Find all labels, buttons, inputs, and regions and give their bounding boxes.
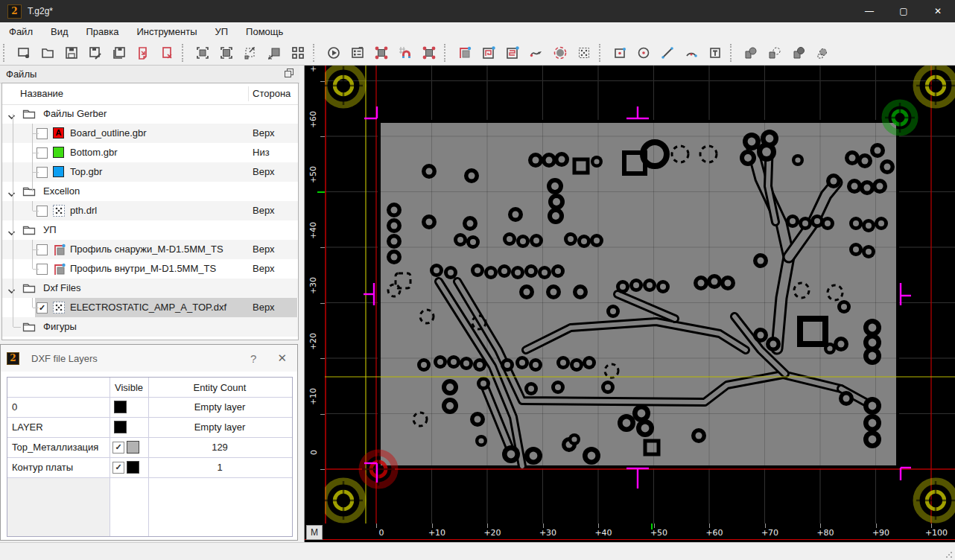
folder-label: Файлы Gerber	[43, 108, 107, 119]
spiral-square-icon[interactable]	[478, 43, 499, 63]
tree-row-excellon-folder[interactable]: Excellon	[2, 182, 298, 201]
run-job-icon[interactable]	[323, 43, 344, 63]
circle-tool-icon[interactable]	[633, 43, 654, 63]
menu-edit[interactable]: Правка	[77, 22, 128, 41]
layer-visible-checkbox-layer-board-contour[interactable]: ✓	[112, 462, 124, 474]
title-bar: 2 T.g2g* — ▢ ✕	[0, 0, 955, 22]
v-ruler-label-0: 0	[305, 435, 323, 469]
side-value: Верх	[253, 263, 275, 274]
close-red-icon[interactable]	[156, 43, 177, 63]
h-ruler-label-+20: +20	[483, 528, 501, 538]
v-ruler-label-+70: +70	[305, 47, 323, 81]
chevron-down-icon[interactable]	[7, 285, 16, 296]
save-icon[interactable]	[61, 43, 82, 63]
resize-grip[interactable]	[945, 551, 953, 559]
menu-help[interactable]: Помощь	[237, 22, 292, 41]
h-ruler-label-+40: +40	[594, 528, 612, 538]
spiral-lines-icon[interactable]	[502, 43, 523, 63]
maximize-button[interactable]: ▢	[886, 0, 921, 22]
job-list-icon[interactable]	[347, 43, 368, 63]
frame-red-corners-icon[interactable]	[371, 43, 392, 63]
tree-row-profile-inner[interactable]: Профиль внутри_M-D1.5MM_TSВерх	[2, 259, 298, 279]
frame-red-corners-2-icon[interactable]	[419, 43, 440, 63]
drill-points-icon[interactable]	[574, 43, 594, 63]
side-value: Верх	[253, 166, 275, 177]
tree-row-board-outline-gbr[interactable]: ABoard_outline.gbrВерх	[2, 124, 298, 143]
tree-row-dxf-folder[interactable]: Dxf Files	[2, 279, 298, 298]
tree-row-gerber-folder[interactable]: Файлы Gerber	[2, 104, 298, 124]
file-label: ELECTROSTATIC_AMP_A_TOP.dxf	[70, 302, 226, 313]
float-panel-icon[interactable]	[285, 69, 294, 80]
tree-row-bottom-gbr[interactable]: Bottom.gbrНиз	[2, 143, 298, 162]
v-ruler-label-+20: +20	[305, 324, 323, 358]
layer-color-swatch-layer-0[interactable]	[114, 401, 127, 413]
snap-magnet-icon[interactable]	[395, 43, 416, 63]
chevron-down-icon[interactable]	[7, 111, 16, 122]
save-all-icon[interactable]	[109, 43, 130, 63]
layer-color-swatch-layer-top-metallization[interactable]	[127, 441, 139, 454]
layer-entity-count-layer-top-metallization: 129	[212, 442, 228, 453]
v-ruler-label-+10: +10	[305, 380, 323, 414]
folder-open-icon[interactable]	[37, 43, 58, 63]
v-ruler-label-+40: +40	[305, 213, 323, 247]
tree-row-up-folder[interactable]: УП	[2, 220, 298, 240]
file-type-icon	[53, 205, 65, 219]
bool-xor-icon[interactable]	[812, 43, 833, 63]
minimize-button[interactable]: —	[852, 0, 886, 22]
save-edit-icon[interactable]	[85, 43, 106, 63]
menu-np[interactable]: УП	[206, 22, 237, 41]
dxf-layers-dialog: 2 DXF file Layers ? ✕ VisibleEntity Coun…	[0, 344, 298, 541]
rect-tool-icon[interactable]	[609, 43, 630, 63]
layer-color-swatch-layer-layer[interactable]	[114, 421, 127, 433]
menu-file[interactable]: Файл	[0, 22, 42, 41]
files-panel: Файлы Название Сторона Файлы GerberABoar…	[0, 66, 299, 341]
tree-column-headers: Название Сторона	[2, 83, 298, 105]
menu-tools[interactable]: Инструменты	[127, 22, 206, 41]
tree-row-electrostatic-dxf[interactable]: ✓ELECTROSTATIC_AMP_A_TOP.dxfВерх	[2, 298, 298, 317]
chevron-down-icon[interactable]	[7, 227, 16, 238]
zoom-out-box-icon[interactable]	[240, 43, 261, 63]
chevron-down-icon[interactable]	[7, 188, 16, 200]
profile-corner-icon[interactable]	[454, 43, 475, 63]
dxf-layers-table: VisibleEntity Count0Empty layerLAYEREmpt…	[7, 377, 293, 537]
circle-red-dashed-icon[interactable]	[550, 43, 571, 63]
folder-icon	[22, 108, 36, 121]
dialog-help-button[interactable]: ?	[250, 352, 256, 365]
fit-all-icon[interactable]	[192, 43, 213, 63]
bool-intersect-icon[interactable]	[788, 43, 809, 63]
arc-tool-icon[interactable]	[681, 43, 702, 63]
import-red-icon[interactable]	[133, 43, 153, 63]
layer-visible-checkbox-layer-top-metallization[interactable]: ✓	[112, 442, 124, 454]
file-label: Board_outline.gbr	[70, 127, 147, 139]
file-new-icon[interactable]	[13, 43, 34, 63]
menu-view[interactable]: Вид	[42, 22, 77, 41]
h-ruler-label-+70: +70	[761, 528, 778, 538]
line-tool-icon[interactable]	[657, 43, 678, 63]
folder-icon	[22, 282, 36, 296]
app-icon: 2	[7, 4, 22, 19]
layer-color-swatch-layer-board-contour[interactable]	[127, 461, 139, 474]
column-side: Сторона	[253, 88, 291, 99]
close-button[interactable]: ✕	[921, 0, 955, 22]
layer-name-layer-layer: LAYER	[12, 421, 43, 433]
fit-board-icon[interactable]	[216, 43, 237, 63]
dialog-title-bar[interactable]: 2 DXF file Layers ? ✕	[1, 345, 297, 372]
dialog-close-icon[interactable]: ✕	[277, 351, 287, 365]
curve-path-icon[interactable]	[526, 43, 547, 63]
layer-name-layer-board-contour: Контур платы	[12, 462, 73, 473]
text-tool-icon[interactable]	[705, 43, 726, 63]
pcb-drawing[interactable]	[305, 66, 955, 524]
units-button[interactable]: M	[306, 525, 323, 540]
bool-subtract-icon[interactable]	[764, 43, 785, 63]
bool-union-icon[interactable]	[740, 43, 761, 63]
tree-row-top-gbr[interactable]: Top.gbrВерх	[2, 162, 298, 182]
pcb-viewport[interactable]: 0+10+20+30+40+50+60+70 M 0+10+20+30+40+5…	[304, 66, 955, 542]
layer-color-swatch	[53, 147, 64, 158]
tree-row-profile-outer[interactable]: Профиль снаружи_M-D1.5MM_TSВерх	[2, 240, 298, 259]
side-value: Верх	[253, 205, 275, 216]
zoom-in-box-icon[interactable]	[264, 43, 285, 63]
file-type-icon	[53, 244, 66, 258]
folder-label: Dxf Files	[43, 282, 81, 293]
tree-row-pth-drl[interactable]: pth.drlВерх	[2, 201, 298, 220]
tree-row-figures-folder[interactable]: Фигуры	[2, 317, 298, 337]
